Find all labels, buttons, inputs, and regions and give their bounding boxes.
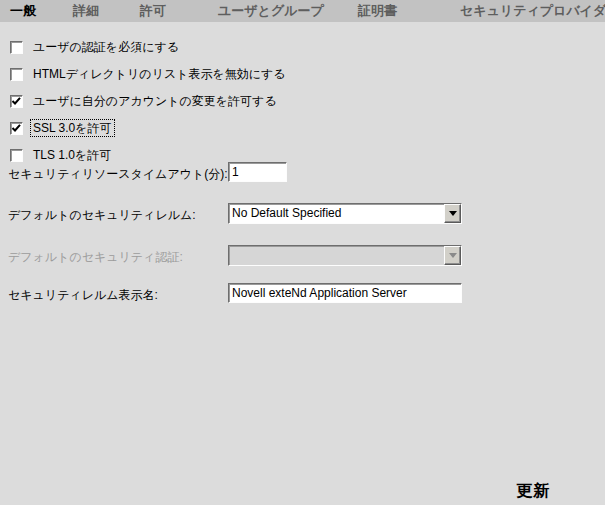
tab-bar: 一般 詳細 許可 ユーザとグループ 証明書 セキュリティプロバイダ [0,0,605,22]
tab-advanced[interactable]: 詳細 [73,0,99,22]
allow-ssl3-label: SSL 3.0を許可 [31,120,114,136]
checkmark-icon [12,124,21,133]
allow-account-change-label: ユーザに自分のアカウントの変更を許可する [31,93,279,109]
default-auth-label: デフォルトのセキュリティ認証: [8,249,183,266]
timeout-input[interactable] [228,162,287,182]
tab-users-and-groups[interactable]: ユーザとグループ [218,0,324,22]
default-auth-value [229,246,444,265]
update-button[interactable]: 更新 [516,481,550,502]
allow-account-change-checkbox[interactable] [10,95,23,108]
timeout-label: セキュリティリソースタイムアウト(分): [8,166,228,183]
tab-general[interactable]: 一般 [10,0,36,22]
require-auth-label: ユーザの認証を必須にする [31,39,181,55]
disable-dir-listing-row: HTMLディレクトリのリスト表示を無効にする [10,66,288,82]
default-realm-dropdown-button[interactable] [444,204,461,223]
allow-account-change-row: ユーザに自分のアカウントの変更を許可する [10,93,279,109]
default-realm-combo[interactable]: No Default Specified [228,203,462,224]
disable-dir-listing-label: HTMLディレクトリのリスト表示を無効にする [31,66,288,82]
tab-permissions[interactable]: 許可 [140,0,166,22]
allow-ssl3-checkbox[interactable] [10,122,23,135]
default-realm-label: デフォルトのセキュリティレルム: [8,207,196,224]
default-realm-value: No Default Specified [229,204,444,223]
default-auth-combo [228,245,462,266]
checkmark-icon [12,97,21,106]
disable-dir-listing-checkbox[interactable] [10,68,23,81]
allow-tls1-row: TLS 1.0を許可 [10,147,113,163]
security-settings-panel: 一般 詳細 許可 ユーザとグループ 証明書 セキュリティプロバイダ ユーザの認証… [0,0,605,511]
realm-display-name-label: セキュリティレルム表示名: [8,287,158,304]
require-auth-row: ユーザの認証を必須にする [10,39,181,55]
chevron-down-icon [449,253,457,258]
allow-tls1-label: TLS 1.0を許可 [31,147,113,163]
allow-tls1-checkbox[interactable] [10,149,23,162]
chevron-down-icon [449,211,457,216]
realm-display-name-input[interactable] [228,283,462,303]
require-auth-checkbox[interactable] [10,41,23,54]
allow-ssl3-row: SSL 3.0を許可 [10,120,114,136]
tab-certificates[interactable]: 証明書 [358,0,397,22]
default-auth-dropdown-button [444,246,461,265]
bottom-strip [0,505,605,511]
tab-security-provider[interactable]: セキュリティプロバイダ [460,0,605,22]
